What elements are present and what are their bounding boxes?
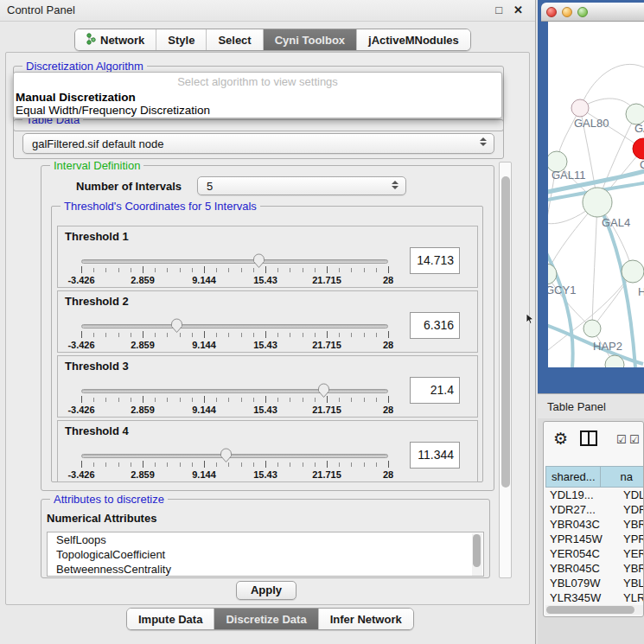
cell[interactable]: YBR0 <box>620 517 644 532</box>
cell[interactable]: YDR27... <box>545 502 620 517</box>
cell[interactable]: YER054C <box>545 546 620 561</box>
screen: Control Panel □ ✕ Network Style <box>0 0 644 644</box>
tab-infer-network[interactable]: Infer Network <box>318 609 413 629</box>
mac-minimize-icon[interactable] <box>562 7 572 17</box>
network-canvas[interactable]: GAL80 GA C GAL11 GAL4 GCY1 H HAP2 <box>548 22 644 367</box>
scrollbar-thumb[interactable] <box>546 606 634 614</box>
network-node-selected[interactable] <box>633 138 644 159</box>
cell[interactable]: YBR045C <box>545 561 620 576</box>
checkbox-icon[interactable]: ☑ <box>616 433 627 446</box>
network-node[interactable] <box>571 99 589 117</box>
table-row[interactable]: YBR043CYBR0 <box>545 517 644 532</box>
tick-label: -3.426 <box>67 469 94 480</box>
cell[interactable]: YLR3 <box>620 590 644 604</box>
table-row[interactable]: YBR045CYBR0 <box>545 561 644 576</box>
cell[interactable]: YPR1 <box>620 532 644 546</box>
number-of-intervals-combobox[interactable]: 5 <box>197 176 406 195</box>
control-panel: Control Panel □ ✕ Network Style <box>0 0 536 644</box>
table-row[interactable]: YDL19...YDL1 <box>545 488 644 502</box>
spinner-icon <box>480 137 487 146</box>
slider-track[interactable] <box>81 259 388 264</box>
network-node[interactable] <box>622 260 644 283</box>
tab-network[interactable]: Network <box>75 29 156 50</box>
threshold-1-value-field[interactable]: 14.713 <box>410 247 460 274</box>
table-row[interactable]: YDR27...YDR2 <box>545 502 644 517</box>
table-data-combobox[interactable]: galFiltered.sif default node <box>22 133 494 154</box>
apply-button[interactable]: Apply <box>236 581 296 600</box>
threshold-1-slider[interactable]: -3.426 2.859 9.144 15.43 21.715 28 <box>81 256 388 287</box>
tab-discretize-data-label: Discretize Data <box>226 613 306 626</box>
threshold-2-slider[interactable]: -3.426 2.859 9.144 15.43 21.715 28 <box>81 321 388 352</box>
algorithm-option-manual[interactable]: Manual Discretization <box>16 91 500 104</box>
cell[interactable]: YBR0 <box>620 561 644 576</box>
mac-zoom-icon[interactable] <box>577 7 588 17</box>
table-row[interactable]: YBL079WYBL0 <box>545 576 644 590</box>
right-panel: GAL80 GA C GAL11 GAL4 GCY1 H HAP2 Table … <box>538 0 644 644</box>
tick-label: 15.43 <box>253 469 277 480</box>
threshold-3-panel: Threshold 3 -3.426 2.859 9.144 15.43 <box>57 355 478 418</box>
threshold-4-value-field[interactable]: 11.344 <box>410 442 460 469</box>
table-header-row: shared... na <box>545 466 644 488</box>
cell[interactable]: YBL0 <box>620 576 644 590</box>
threshold-3-value-field[interactable]: 21.4 <box>410 377 460 404</box>
content-scrollbar[interactable] <box>499 162 512 578</box>
network-graph: GAL80 GA C GAL11 GAL4 GCY1 H HAP2 <box>548 22 644 367</box>
algorithm-option-equal-width[interactable]: Equal Width/Frequency Discretization <box>16 104 500 117</box>
network-window-titlebar[interactable] <box>541 3 644 22</box>
tick-label: -3.426 <box>67 275 94 285</box>
close-icon[interactable]: ✕ <box>513 3 523 16</box>
list-item[interactable]: SelfLoops <box>48 532 483 547</box>
threshold-4-slider-thumb[interactable] <box>220 448 233 463</box>
table-row[interactable]: YER054CYER0 <box>545 546 644 561</box>
tab-impute-data[interactable]: Impute Data <box>127 609 214 629</box>
split-columns-icon[interactable] <box>580 430 597 450</box>
tab-discretize-data[interactable]: Discretize Data <box>214 609 317 629</box>
cell[interactable]: YDR2 <box>620 502 644 517</box>
threshold-4-slider[interactable]: -3.426 2.859 9.144 15.43 21.715 28 <box>81 450 388 481</box>
mac-close-icon[interactable] <box>546 7 557 17</box>
column-header-name[interactable]: na <box>601 466 644 488</box>
table-row[interactable]: YLR345WYLR3 <box>545 590 644 604</box>
cell[interactable]: YPR145W <box>545 532 620 546</box>
float-window-icon[interactable]: □ <box>495 3 502 16</box>
tick-label: 15.43 <box>253 405 277 415</box>
slider-track[interactable] <box>81 454 388 458</box>
network-node[interactable] <box>583 188 612 217</box>
tab-jactivemnodules[interactable]: jActiveMNodules <box>356 29 470 50</box>
threshold-3-slider-thumb[interactable] <box>317 383 330 399</box>
cell[interactable]: YER0 <box>620 546 644 561</box>
algorithm-hint-option[interactable]: Select algorithm to view settings <box>14 75 501 88</box>
cell[interactable]: YDL1 <box>620 488 644 502</box>
gear-icon[interactable]: ⚙ <box>553 429 568 449</box>
scrollbar-thumb[interactable] <box>501 176 510 488</box>
list-scrollbar[interactable] <box>472 533 482 577</box>
cell[interactable]: YLR345W <box>545 590 620 604</box>
slider-track[interactable] <box>81 389 388 393</box>
cell[interactable]: YBL079W <box>545 576 620 590</box>
list-item[interactable]: TopologicalCoefficient <box>48 547 483 562</box>
tick-label: 15.43 <box>253 340 277 350</box>
threshold-1-slider-thumb[interactable] <box>252 253 265 269</box>
column-header-shared[interactable]: shared... <box>545 466 601 488</box>
list-item[interactable]: BetweennessCentrality <box>48 562 483 577</box>
table-toolbar: ⚙ ☑ ☑ <box>544 422 643 460</box>
cell[interactable]: YDL19... <box>545 488 620 502</box>
tab-style-label: Style <box>168 34 194 47</box>
threshold-2-value-field[interactable]: 6.316 <box>410 312 460 339</box>
tab-style[interactable]: Style <box>156 29 206 50</box>
tab-cyni-toolbox[interactable]: Cyni Toolbox <box>263 29 356 50</box>
threshold-3-slider[interactable]: -3.426 2.859 9.144 15.43 21.715 28 <box>81 386 388 417</box>
numerical-attributes-list[interactable]: SelfLoops TopologicalCoefficient Between… <box>47 532 484 577</box>
tab-select[interactable]: Select <box>206 29 262 50</box>
network-node[interactable] <box>548 264 557 284</box>
cell[interactable]: YBR043C <box>545 517 620 532</box>
threshold-4-label: Threshold 4 <box>65 424 129 437</box>
tab-select-label: Select <box>218 34 251 47</box>
slider-track[interactable] <box>81 324 388 328</box>
checkbox-icon[interactable]: ☑ <box>629 433 640 446</box>
threshold-2-slider-thumb[interactable] <box>170 318 183 334</box>
network-node[interactable] <box>583 320 601 337</box>
threshold-1-panel: Threshold 1 -3.426 2.859 9.144 15.43 <box>57 226 478 288</box>
table-row[interactable]: YPR145WYPR1 <box>545 532 644 546</box>
table-horizontal-scrollbar[interactable] <box>545 605 643 615</box>
